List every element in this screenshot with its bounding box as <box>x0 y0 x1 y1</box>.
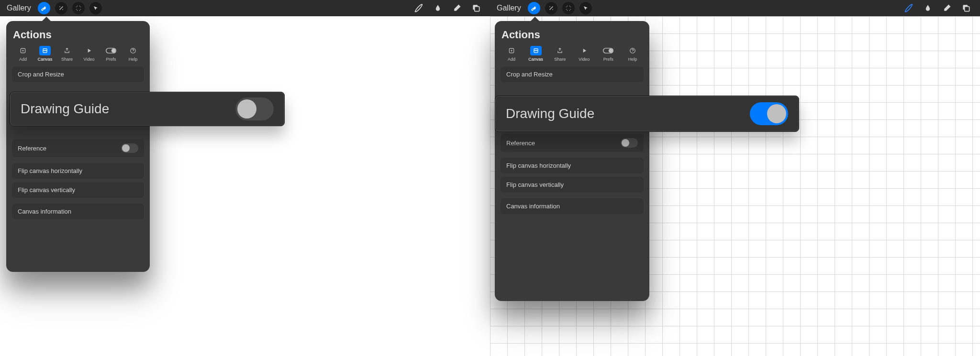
brush-icon[interactable] <box>902 2 916 14</box>
gallery-button[interactable]: Gallery <box>7 4 31 12</box>
tab-label: Video <box>579 57 590 62</box>
row-label: Canvas information <box>18 208 71 215</box>
row-flip-vertical[interactable]: Flip canvas vertically <box>12 182 144 198</box>
drawing-guide-callout: Drawing Guide <box>495 96 799 132</box>
right-screenshot: Gallery <box>490 0 980 356</box>
tab-label: Add <box>508 57 515 62</box>
tab-label: Add <box>19 57 27 62</box>
row-label: Reference <box>506 140 535 147</box>
cursor-icon[interactable] <box>579 2 592 14</box>
tab-share[interactable]: Share <box>550 46 570 62</box>
tab-prefs[interactable]: Prefs <box>101 46 121 62</box>
row-label: Flip canvas vertically <box>506 181 564 188</box>
drawing-guide-toggle[interactable] <box>750 102 788 125</box>
svg-rect-1 <box>475 7 479 11</box>
row-flip-vertical[interactable]: Flip canvas vertically <box>501 177 644 193</box>
row-label: Flip canvas horizontally <box>506 162 571 169</box>
tab-label: Help <box>129 57 138 62</box>
popover-title: Actions <box>13 29 144 41</box>
brush-icon[interactable] <box>412 2 426 14</box>
row-label: Reference <box>18 145 46 152</box>
actions-tabs: Add Canvas Share Video Prefs Help <box>501 46 644 66</box>
wand-icon[interactable] <box>545 2 557 14</box>
actions-popover: Actions Add Canvas Share Video Prefs Hel… <box>6 21 150 272</box>
tab-share[interactable]: Share <box>57 46 77 62</box>
reference-toggle[interactable] <box>621 138 638 148</box>
tab-video[interactable]: Video <box>79 46 99 62</box>
tab-label: Share <box>61 57 73 62</box>
tab-label: Share <box>554 57 566 62</box>
row-label: Flip canvas horizontally <box>18 167 82 174</box>
row-flip-horizontal[interactable]: Flip canvas horizontally <box>12 163 144 179</box>
tab-label: Canvas <box>528 57 543 62</box>
tab-label: Help <box>628 57 637 62</box>
tab-canvas[interactable]: Canvas <box>526 46 546 62</box>
layers-icon[interactable] <box>959 2 973 14</box>
selection-icon[interactable] <box>562 2 575 14</box>
eraser-icon[interactable] <box>940 2 954 14</box>
gallery-button[interactable]: Gallery <box>497 4 521 12</box>
tab-prefs[interactable]: Prefs <box>598 46 618 62</box>
smudge-icon[interactable] <box>921 2 935 14</box>
tab-add[interactable]: Add <box>501 46 522 62</box>
row-label: Crop and Resize <box>18 71 64 78</box>
tab-label: Canvas <box>38 57 53 62</box>
row-flip-horizontal[interactable]: Flip canvas horizontally <box>501 158 644 173</box>
actions-tabs: Add Canvas Share Video Prefs Help <box>12 46 144 66</box>
svg-point-12 <box>609 49 612 52</box>
svg-rect-8 <box>965 7 969 11</box>
row-reference[interactable]: Reference <box>501 134 644 152</box>
cursor-icon[interactable] <box>89 2 102 14</box>
selection-icon[interactable] <box>72 2 85 14</box>
wrench-icon[interactable] <box>38 2 50 14</box>
tab-label: Video <box>84 57 95 62</box>
row-crop-resize[interactable]: Crop and Resize <box>12 66 144 82</box>
popover-title: Actions <box>501 29 644 41</box>
tab-label: Prefs <box>603 57 613 62</box>
row-canvas-info[interactable]: Canvas information <box>12 204 144 219</box>
tab-help[interactable]: Help <box>123 46 143 62</box>
svg-point-5 <box>111 49 115 52</box>
drawing-guide-toggle[interactable] <box>235 97 274 120</box>
row-reference[interactable]: Reference <box>12 139 144 157</box>
wrench-icon[interactable] <box>528 2 540 14</box>
row-label: Crop and Resize <box>506 71 553 78</box>
drawing-guide-label: Drawing Guide <box>506 106 594 121</box>
tab-add[interactable]: Add <box>13 46 33 62</box>
layers-icon[interactable] <box>469 2 483 14</box>
smudge-icon[interactable] <box>431 2 445 14</box>
row-label: Flip canvas vertically <box>18 186 75 194</box>
row-canvas-info[interactable]: Canvas information <box>501 198 644 214</box>
row-crop-resize[interactable]: Crop and Resize <box>501 66 644 82</box>
wand-icon[interactable] <box>55 2 67 14</box>
topbar: Gallery <box>0 0 490 16</box>
actions-popover: Actions Add Canvas Share Video Prefs Hel… <box>495 21 649 301</box>
eraser-icon[interactable] <box>450 2 464 14</box>
tab-help[interactable]: Help <box>623 46 643 62</box>
tab-label: Prefs <box>106 57 116 62</box>
tab-video[interactable]: Video <box>574 46 594 62</box>
left-screenshot: Gallery <box>0 0 490 356</box>
topbar: Gallery <box>490 0 980 16</box>
row-label: Canvas information <box>506 203 560 210</box>
drawing-guide-label: Drawing Guide <box>21 101 109 117</box>
reference-toggle[interactable] <box>121 143 138 153</box>
tab-canvas[interactable]: Canvas <box>35 46 55 62</box>
drawing-guide-callout: Drawing Guide <box>10 92 285 126</box>
